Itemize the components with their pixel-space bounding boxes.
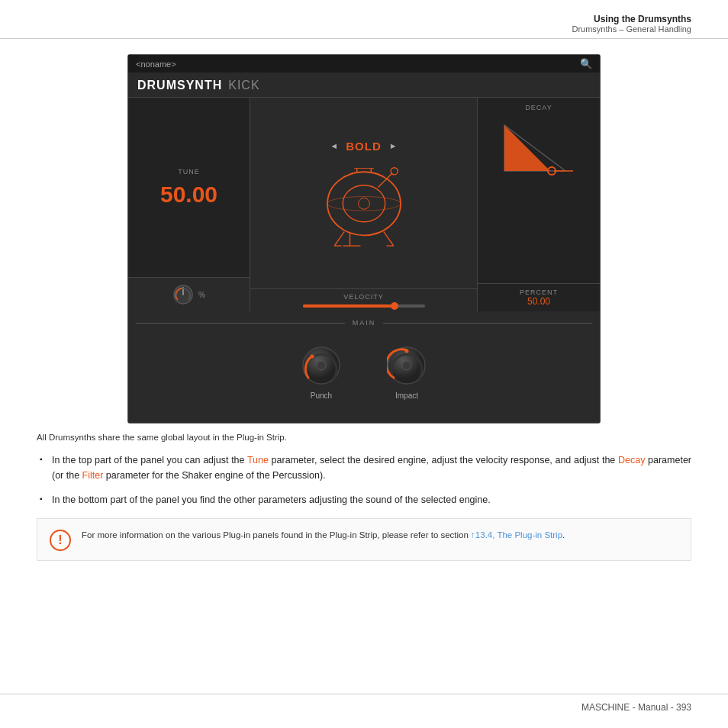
punch-knob[interactable] (301, 346, 341, 385)
tune-knob[interactable] (172, 284, 194, 305)
engine-panel: ◄ BOLD ► (250, 98, 478, 311)
decay-visual (497, 118, 581, 179)
tune-top: TUNE 50.00 (128, 98, 250, 277)
plugin-window: <noname> 🔍 DRUMSYNTH KICK TUNE 50.00 (127, 54, 601, 424)
search-icon[interactable]: 🔍 (580, 58, 592, 69)
tune-label: TUNE (178, 168, 200, 176)
tune-panel: TUNE 50.00 % (128, 98, 250, 311)
decay-label: DECAY (525, 104, 552, 111)
main-label-line-left (136, 323, 345, 324)
svg-point-1 (327, 172, 401, 235)
engine-next-arrow[interactable]: ► (389, 141, 398, 150)
tune-value: 50.00 (160, 182, 217, 208)
decay-top: DECAY (478, 98, 600, 283)
bullet-list: In the top part of the panel you can adj… (37, 453, 691, 507)
section-title: Drumsynths – General Handling (37, 24, 691, 34)
plugin-strip-link[interactable]: ↑13.4, The Plug-in Strip (471, 530, 562, 540)
bullet-1-text-middle: parameter, select the desired engine, ad… (269, 455, 618, 465)
svg-point-3 (327, 196, 401, 210)
decay-panel: DECAY PERCENT 50.00 (478, 98, 600, 311)
tune-percent-sign: % (198, 291, 205, 299)
bullet-1-text-after: parameter for the Shaker engine of the P… (103, 470, 325, 481)
bullet-1: In the top part of the panel you can adj… (37, 453, 691, 483)
drumsynth-label: DRUMSYNTH (137, 79, 222, 92)
bullet-2: In the bottom part of the panel you find… (37, 492, 691, 507)
caption: All Drumsynths share the same global lay… (37, 433, 691, 442)
chapter-title: Using the Drumsynths (37, 14, 691, 24)
plugin-header: DRUMSYNTH KICK (128, 72, 600, 98)
velocity-thumb (391, 302, 398, 310)
svg-point-2 (343, 185, 385, 221)
engine-name: BOLD (346, 140, 382, 153)
main-label-line-right (383, 323, 592, 324)
velocity-fill (303, 304, 395, 308)
info-text: For more information on the various Plug… (82, 528, 565, 542)
svg-point-12 (358, 198, 369, 209)
kick-label: KICK (228, 79, 259, 92)
top-row-panels: TUNE 50.00 % ◄ (128, 98, 600, 311)
impact-knob[interactable] (387, 346, 427, 385)
info-icon: ! (50, 530, 71, 551)
decay-bottom: PERCENT 50.00 (478, 283, 600, 311)
bullet-2-text: In the bottom part of the panel you find… (52, 494, 491, 505)
noname-label: <noname> (136, 60, 176, 69)
kick-drum-visual (303, 156, 425, 247)
svg-point-22 (317, 361, 326, 370)
filter-link[interactable]: Filter (82, 470, 104, 481)
page-content: <noname> 🔍 DRUMSYNTH KICK TUNE 50.00 (0, 39, 728, 588)
decay-link[interactable]: Decay (618, 455, 645, 465)
svg-marker-17 (504, 125, 550, 171)
velocity-label: VELOCITY (343, 293, 384, 301)
page-footer: MASCHINE - Manual - 393 (0, 694, 728, 713)
engine-bottom-bar: VELOCITY (250, 288, 477, 311)
punch-knob-label: Punch (311, 391, 332, 400)
impact-knob-label: Impact (395, 391, 418, 400)
impact-knob-item: Impact (387, 346, 427, 400)
info-text-after: . (562, 530, 565, 540)
footer-text: MASCHINE - Manual - 393 (581, 702, 691, 713)
main-section: MAIN (128, 311, 600, 423)
svg-point-9 (391, 167, 398, 174)
main-label-text: MAIN (353, 319, 376, 327)
tune-link[interactable]: Tune (247, 455, 269, 465)
svg-point-25 (402, 361, 411, 370)
svg-point-24 (405, 350, 409, 353)
engine-nav: ◄ BOLD ► (330, 140, 397, 153)
tune-bottom: % (128, 277, 250, 311)
percent-value: 50.00 (484, 296, 594, 307)
svg-point-21 (311, 355, 314, 359)
page-header: Using the Drumsynths Drumsynths – Genera… (0, 0, 728, 39)
svg-line-4 (334, 231, 344, 245)
punch-knob-item: Punch (301, 346, 341, 400)
bullet-1-text-before: In the top part of the panel you can adj… (52, 455, 247, 465)
percent-label: PERCENT (484, 288, 594, 296)
svg-line-6 (383, 231, 393, 245)
knobs-row: Punch (136, 338, 592, 415)
main-label-row: MAIN (136, 319, 592, 327)
engine-top: ◄ BOLD ► (250, 98, 477, 288)
info-box: ! For more information on the various Pl… (37, 518, 691, 561)
plugin-titlebar: <noname> 🔍 (128, 55, 600, 72)
engine-prev-arrow[interactable]: ◄ (330, 141, 338, 150)
velocity-slider[interactable] (303, 304, 425, 308)
info-text-before: For more information on the various Plug… (82, 530, 471, 540)
